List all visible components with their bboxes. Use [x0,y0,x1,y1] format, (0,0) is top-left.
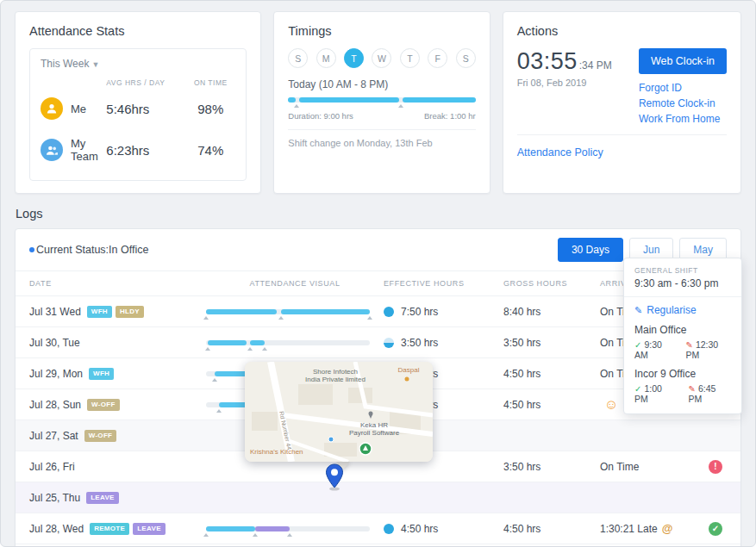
shift-change-note: Shift change on Monday, 13th Feb [288,129,475,148]
people-icon [46,145,59,156]
shift-name: GENERAL SHIFT [634,266,731,275]
badge-w-off: W-OFF [84,430,117,442]
on-time-header: ON TIME [185,73,235,87]
day-wednesday: W [372,48,391,68]
avg-hours-header: AVG HRS / DAY [106,73,185,87]
day-thursday: T [400,48,420,68]
day-saturday: S [456,48,476,68]
team-avg-hours: 6:23hrs [106,143,185,158]
effective-hours-icon [384,307,394,317]
table-row[interactable]: Jul 28, Wed REMOTE LEAVE 4:50 hrs 4:50 h… [16,513,740,544]
arrival-status: On Time [600,461,639,473]
shift-duration: Duration: 9:00 hrs [288,111,353,121]
chevron-down-icon: ▼ [91,60,99,69]
log-date: Jul 26, Fri [29,461,75,473]
regularise-link[interactable]: ✎ Regularise [634,304,731,316]
map-daspal-label: Daspal [398,366,420,374]
badge-leave: LEAVE [133,523,166,535]
gross-hours: 4:50 hrs [503,399,600,411]
timings-title: Timings [288,24,475,38]
gross-hours: 3:50 hrs [503,461,600,473]
day-tuesday-active: T [344,48,364,68]
current-date: Fri 08, Feb 2019 [517,78,612,88]
gross-hours: 4:50 hrs [503,368,600,380]
log-date: Jul 31 Wed [29,306,81,318]
me-row: Me [41,90,106,127]
effective-hours: 7:50 hrs [401,306,438,318]
shift-break: Break: 1:00 hr [424,111,476,121]
today-shift-label: Today (10 AM - 8 PM) [288,78,475,90]
actions-card: Actions 03:55:34 PM Fri 08, Feb 2019 Web… [503,11,741,194]
clock-in-icon: ✓ [634,384,641,394]
clock-actions: Web Clock-in Forgot ID Remote Clock-in W… [639,48,727,125]
map-poi-label: Shore Infotech [313,368,358,376]
map-keka-label: Keka HR [360,421,388,429]
gross-hours: 8:40 hrs [503,306,600,318]
attendance-visual-bar [206,526,370,531]
clock-block: 03:55:34 PM Fri 08, Feb 2019 [517,48,612,125]
current-status: Current Status: In Office [29,244,148,256]
effective-hours-icon [384,338,394,348]
arrival-status: 1:30:21 Late [600,523,658,535]
badge-wfh: WFH [89,368,114,380]
weekday-strip: S M T W T F S [288,48,475,68]
location-pin-icon[interactable] [325,463,344,491]
forgot-id-link[interactable]: Forgot ID [639,82,727,94]
gross-hours: 3:50 hrs [503,337,600,349]
clock-out-icon: ✎ [686,340,693,350]
location-map-popup[interactable]: Rd Number 44 Shore Infotech India Privat… [245,362,433,462]
my-team-row: My Team [41,130,106,170]
arrival-icon: @ [662,523,673,534]
shift-hours: 9:30 am - 6:30 pm [634,277,731,289]
actions-title: Actions [517,24,727,38]
map-krishna-label: Krishna's Kitchen [250,448,303,456]
log-date: Jul 28, Sun [29,399,81,411]
range-30-days-button[interactable]: 30 Days [558,238,623,262]
clock-out-icon: ✎ [689,384,696,394]
badge-w-off: W-OFF [87,399,120,411]
log-status-icon: ! [709,460,722,474]
day-sunday: S [288,48,308,68]
col-header-attendance-visual: ATTENDANCE VISUAL [206,279,384,288]
attendance-stats-title: Attendance Stats [29,24,247,38]
log-date: Jul 28, Wed [29,523,84,535]
badge-leave: LEAVE [86,492,119,504]
remote-clock-in-link[interactable]: Remote Clock-in [639,97,727,109]
punch-location: Incor 9 Office [634,368,731,380]
top-cards-row: Attendance Stats This Week▼ AVG HRS / DA… [15,11,741,194]
col-header-gross-hours: GROSS HOURS [503,279,600,288]
shift-details-tooltip: GENERAL SHIFT 9:30 am - 6:30 pm ✎ Regula… [623,258,742,414]
clock-in-icon: ✓ [634,340,641,350]
me-on-time: 98% [185,102,235,116]
badge-wfh: WFH [87,306,112,318]
my-team-label: My Team [71,137,106,163]
log-date: Jul 29, Mon [29,368,83,380]
attendance-visual-bar [206,340,370,345]
week-filter-label: This Week [41,58,89,70]
attendance-policy-link[interactable]: Attendance Policy [517,146,603,159]
status-dot-icon [29,247,34,252]
punch-location: Main Office [634,324,731,336]
team-on-time: 74% [185,143,235,158]
week-filter-dropdown[interactable]: This Week▼ [41,58,106,70]
regularise-label: Regularise [647,304,696,316]
current-status-label: Current Status: [36,244,109,256]
current-time-seconds: :34 PM [579,59,612,71]
col-header-date: DATE [29,279,206,288]
attendance-dashboard: Attendance Stats This Week▼ AVG HRS / DA… [0,0,756,547]
logs-section-title: Logs [16,207,741,221]
web-clock-in-button[interactable]: Web Clock-in [639,48,727,74]
my-team-avatar [41,139,63,161]
timings-card: Timings S M T W T F S Today (10 AM - 8 P… [273,11,490,194]
current-time: 03:55 [517,48,578,74]
me-label: Me [71,103,86,115]
effective-hours: 3:50 hrs [401,337,438,349]
log-date: Jul 27, Sat [29,430,78,442]
log-status-icon: ✓ [709,522,722,536]
map-poi-label: India Private limited [305,376,366,383]
log-date: Jul 25, Thu [29,492,80,504]
work-from-home-link[interactable]: Work From Home [639,113,727,125]
map-keka-label: Payroll Software [349,429,400,437]
day-friday: F [428,48,447,68]
table-row[interactable]: Jul 25, Thu LEAVE [16,482,740,513]
